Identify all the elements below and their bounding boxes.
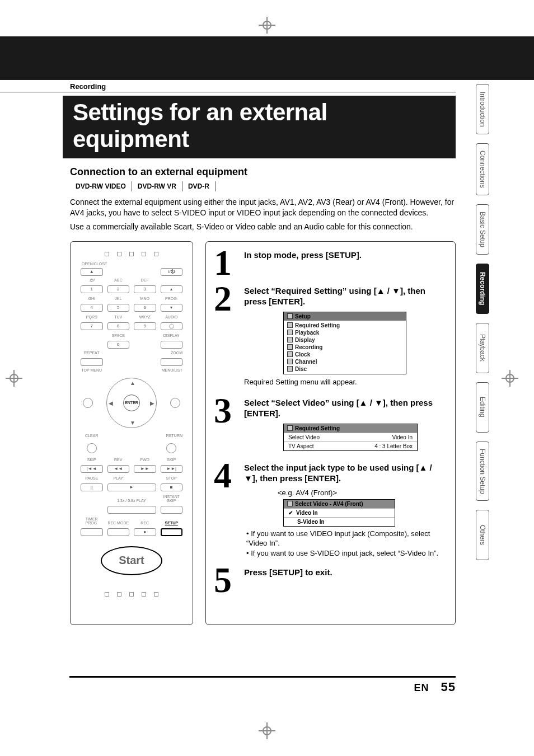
osd-required-setting: Required Setting Select VideoVideo In TV…	[283, 424, 418, 451]
checkmark-icon: ✔	[288, 510, 293, 516]
step-5: 5 Press [SETUP] to exit.	[214, 567, 445, 594]
intro-paragraph: Use a commercially available Scart, S-Vi…	[70, 222, 456, 232]
item-icon	[287, 330, 293, 335]
item-icon	[287, 359, 293, 364]
section-label: Recording	[0, 80, 456, 92]
subsection-heading: Connection to an external equipment	[70, 166, 456, 178]
dpad: ▲ ▼ ◀ ▶ ENTER	[106, 378, 157, 428]
skip-fwd-icon: ►►|	[161, 465, 183, 473]
registration-mark-left	[6, 370, 22, 387]
up-icon: ▴	[161, 285, 183, 293]
item-icon	[287, 344, 293, 350]
media-type: DVD-RW VIDEO	[70, 181, 132, 191]
tab-editing[interactable]: Editing	[476, 382, 489, 433]
step-1: 1 In stop mode, press [SETUP].	[214, 250, 445, 276]
tab-playback[interactable]: Playback	[476, 323, 489, 373]
menu-icon	[287, 425, 293, 431]
pause-icon: ||	[81, 483, 103, 491]
step-2: 2 Select “Required Setting” using [▲ / ▼…	[214, 285, 445, 388]
start-callout: Start	[101, 546, 162, 575]
media-type-row: DVD-RW VIDEO DVD-RW VR DVD-R	[70, 181, 456, 191]
step-3: 3 Select “Select Video” using [▲ / ▼], t…	[214, 397, 445, 453]
fwd-icon: ►►	[134, 465, 156, 473]
tab-others[interactable]: Others	[476, 510, 489, 560]
media-type: DVD-R	[182, 181, 216, 191]
registration-mark-top	[259, 17, 275, 34]
tab-connections[interactable]: Connections	[476, 143, 489, 195]
eject-icon: ▲	[81, 268, 103, 276]
item-icon	[287, 351, 293, 357]
tab-basic-setup[interactable]: Basic Setup	[476, 204, 489, 255]
page-footer: EN 55	[69, 676, 456, 694]
page-number: 55	[441, 680, 456, 694]
registration-mark-bottom	[259, 722, 275, 739]
intro-paragraph: Connect the external equipment using eit…	[70, 197, 456, 218]
menu-icon	[287, 501, 293, 506]
skip-back-icon: |◄◄	[81, 465, 103, 473]
top-menu-button	[83, 398, 93, 408]
remote-illustration: OPEN/CLOSE ▲ I/⏻ .@/ ABC DEF 1 2 3 ▴ GHI…	[70, 241, 193, 625]
tab-introduction[interactable]: Introduction	[476, 84, 489, 134]
tab-recording[interactable]: Recording	[476, 264, 489, 314]
registration-mark-right	[502, 370, 518, 387]
osd-select-video: Select Video - AV4 (Front) ✔Video In S-V…	[283, 499, 395, 527]
tab-function-setup[interactable]: Function Setup	[476, 442, 489, 501]
steps-panel: 1 In stop mode, press [SETUP]. 2 Select …	[205, 241, 456, 625]
menu-list-button	[170, 398, 180, 408]
item-icon	[287, 337, 293, 342]
power-icon: I/⏻	[161, 268, 183, 276]
osd-setup-menu: Setup Required Setting Playback Display …	[283, 312, 406, 374]
item-icon	[287, 366, 293, 372]
down-icon: ▾	[161, 304, 183, 312]
enter-button: ENTER	[123, 395, 140, 411]
item-icon	[287, 322, 293, 328]
menu-icon	[287, 313, 293, 319]
side-tabs: Introduction Connections Basic Setup Rec…	[476, 84, 489, 560]
page-title: Settings for an external equipment	[63, 96, 456, 158]
step-4: 4 Select the input jack type to be used …	[214, 462, 445, 558]
setup-button	[161, 528, 183, 536]
media-type: DVD-RW VR	[132, 181, 182, 191]
stop-icon: ■	[161, 483, 183, 491]
rev-icon: ◄◄	[107, 465, 130, 473]
play-icon: ►	[107, 483, 156, 491]
top-black-bar	[0, 36, 534, 80]
